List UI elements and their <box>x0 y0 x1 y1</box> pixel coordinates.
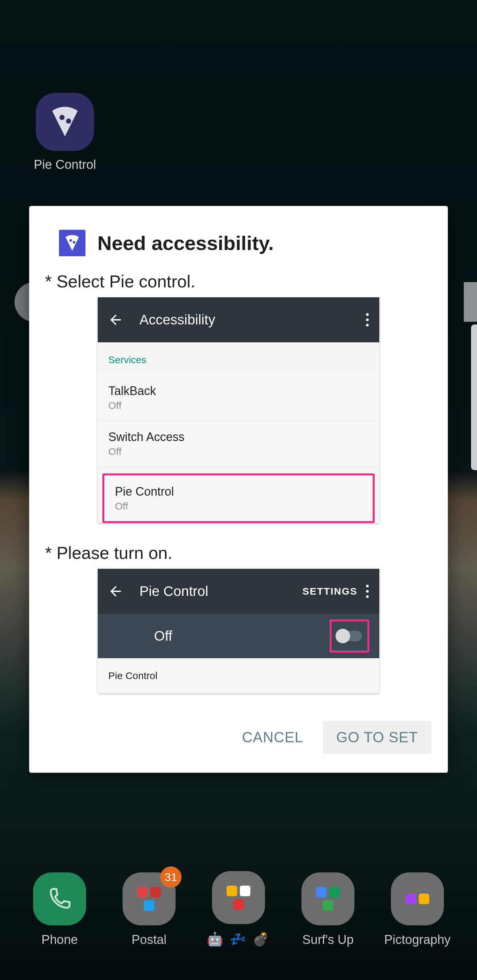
folder-icon <box>212 871 265 924</box>
dock-app-middle[interactable]: 🤖 💤 💣 <box>202 871 275 947</box>
accessibility-needed-dialog: Need accessibility. * Select Pie control… <box>29 206 448 773</box>
back-arrow-icon <box>108 583 124 599</box>
service-status: Off <box>108 400 369 411</box>
mock-section-label: Services <box>98 342 379 375</box>
android-home-screen: Pie Control Phone 31 Postal <box>0 0 477 980</box>
dialog-instruction-2: * Please turn on. <box>29 523 448 569</box>
svg-point-3 <box>73 241 75 244</box>
service-name: TalkBack <box>108 384 369 398</box>
pizza-slice-icon <box>47 103 83 140</box>
dock-app-surfs-up[interactable]: Surf's Up <box>292 872 364 947</box>
search-pill-right-fragment <box>464 282 477 322</box>
dock-app-pictography[interactable]: Pictography <box>381 872 454 947</box>
pizza-slice-icon <box>63 234 81 252</box>
mock-title: Accessibility <box>139 312 365 328</box>
home-app-pie-control[interactable]: Pie Control <box>32 93 98 172</box>
dock-label: Phone <box>41 933 78 947</box>
notification-badge: 31 <box>160 866 182 888</box>
mock-accessibility-screenshot: Accessibility Services TalkBack Off Swit… <box>98 298 379 523</box>
toggle-switch <box>337 631 362 641</box>
service-name: Switch Access <box>108 430 369 444</box>
mock-header: Pie Control SETTINGS <box>98 569 379 614</box>
dialog-title: Need accessibility. <box>97 232 274 255</box>
mock-service-row: Switch Access Off <box>98 421 379 467</box>
overflow-menu-icon <box>365 585 369 598</box>
mock-toggle-row: Off <box>98 614 379 658</box>
dock: Phone 31 Postal 🤖 💤 💣 <box>0 871 477 947</box>
dialog-instruction-1: * Select Pie control. <box>29 269 448 298</box>
folder-icon: 31 <box>123 872 175 925</box>
mock-settings-label: SETTINGS <box>302 586 357 597</box>
cancel-button[interactable]: CANCEL <box>236 721 310 754</box>
dialog-actions: CANCEL GO TO SET <box>29 693 448 757</box>
service-name: Pie Control <box>115 485 362 499</box>
dock-app-postal[interactable]: 31 Postal <box>113 872 185 947</box>
toggle-highlight <box>330 619 369 652</box>
dock-label-emoji: 🤖 💤 💣 <box>207 931 270 947</box>
service-status: Off <box>108 446 369 457</box>
dock-label: Surf's Up <box>302 933 353 947</box>
dock-app-phone[interactable]: Phone <box>23 872 96 947</box>
svg-point-2 <box>70 239 72 242</box>
mock-body-text: Pie Control <box>98 658 379 693</box>
back-arrow-icon <box>108 312 124 328</box>
mock-service-row-highlighted: Pie Control Off <box>102 473 375 523</box>
edge-panel-handle[interactable] <box>471 325 477 470</box>
svg-point-0 <box>60 115 65 120</box>
folder-icon <box>391 872 444 925</box>
mock-title: Pie Control <box>139 583 302 599</box>
dock-label: Postal <box>131 933 167 947</box>
mock-toggle-screenshot: Pie Control SETTINGS Off Pie Control <box>98 569 379 693</box>
mock-header: Accessibility <box>98 298 379 342</box>
mock-service-row: TalkBack Off <box>98 375 379 421</box>
folder-icon <box>302 872 354 925</box>
home-app-label: Pie Control <box>34 158 96 172</box>
toggle-state-label: Off <box>154 628 330 644</box>
phone-icon <box>33 872 86 925</box>
pie-control-badge-icon <box>59 230 85 256</box>
pie-control-app-icon <box>36 93 94 151</box>
toggle-thumb <box>335 629 350 643</box>
dock-label: Pictography <box>384 933 451 947</box>
go-to-set-button[interactable]: GO TO SET <box>323 721 431 754</box>
overflow-menu-icon <box>365 313 369 326</box>
svg-point-1 <box>66 119 71 124</box>
dialog-header: Need accessibility. <box>29 206 448 269</box>
service-status: Off <box>115 501 362 512</box>
